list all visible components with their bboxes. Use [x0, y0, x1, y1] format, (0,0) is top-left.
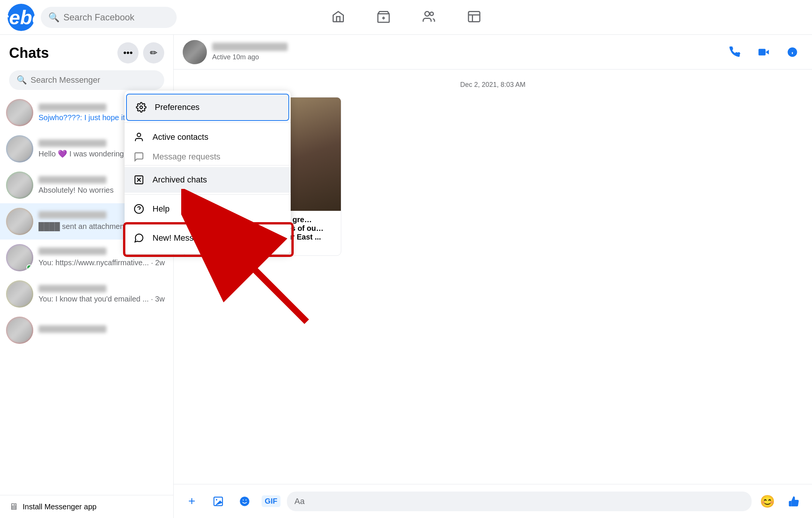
- sidebar-footer[interactable]: 🖥 Install Messenger app: [0, 495, 173, 518]
- chat-name: [39, 104, 106, 111]
- avatar: [6, 317, 33, 344]
- search-input[interactable]: [63, 12, 169, 23]
- chat-item[interactable]: You: I know that you'd emailed ... · 3w: [0, 276, 173, 312]
- message-requests-label: Message requests: [153, 152, 220, 162]
- search-messenger-icon: 🔍: [17, 75, 27, 85]
- facebook-logo[interactable]: Facebook: [8, 4, 35, 31]
- chat-input-bar: + GIF Aa: [174, 484, 812, 518]
- image-button[interactable]: [208, 491, 229, 512]
- install-icon: 🖥: [9, 501, 18, 512]
- svg-point-4: [430, 12, 433, 15]
- chat-name: [39, 211, 106, 219]
- chat-info: [39, 325, 167, 335]
- avatar: [6, 135, 33, 162]
- chat-name: [39, 325, 106, 333]
- archived-chats-menu-item[interactable]: Archived chats: [125, 167, 291, 193]
- preferences-menu-item[interactable]: Preferences: [126, 94, 289, 121]
- svg-point-22: [240, 496, 250, 506]
- more-dots-icon: •••: [123, 48, 133, 58]
- menu-divider: [125, 223, 291, 224]
- avatar: [6, 208, 33, 235]
- menu-divider: [125, 165, 291, 165]
- gif-label: GIF: [262, 495, 280, 507]
- svg-point-8: [140, 106, 143, 109]
- chat-header-info: Active 10m ago: [212, 43, 719, 61]
- svg-marker-15: [766, 49, 769, 54]
- message-requests-icon: [132, 150, 146, 164]
- chat-name: [39, 176, 106, 184]
- archived-chats-label: Archived chats: [153, 175, 207, 185]
- install-label: Install Messenger app: [23, 503, 97, 511]
- chat-item[interactable]: [0, 312, 173, 348]
- svg-rect-5: [468, 12, 480, 22]
- preferences-label: Preferences: [155, 102, 200, 112]
- chat-header-actions: [724, 42, 803, 63]
- menu-divider: [125, 194, 291, 195]
- video-call-button[interactable]: [753, 42, 774, 63]
- avatar: [6, 244, 33, 271]
- chat-name: [39, 247, 106, 255]
- sidebar-actions: ••• ✏: [117, 42, 164, 63]
- compose-button[interactable]: ✏: [143, 42, 164, 63]
- main-layout: Chats ••• ✏ 🔍 Sojwho????: I just hope it…: [0, 35, 812, 518]
- emoji-button[interactable]: 😊: [757, 491, 778, 512]
- date-divider: Dec 2, 2021, 8:03 AM: [183, 81, 803, 89]
- groups-nav-button[interactable]: [406, 4, 451, 31]
- home-nav-button[interactable]: [316, 4, 361, 31]
- sidebar: Chats ••• ✏ 🔍 Sojwho????: I just hope it…: [0, 35, 174, 518]
- chat-header-avatar: [183, 40, 207, 64]
- help-icon: [132, 202, 146, 216]
- avatar: [6, 280, 33, 308]
- menu-divider: [125, 122, 291, 123]
- new-messenger-label: New! Messenger fo…: [153, 233, 233, 243]
- chat-preview: You: I know that you'd emailed ... · 3w: [39, 295, 167, 303]
- input-placeholder: Aa: [294, 496, 305, 506]
- new-messenger-icon: [132, 231, 146, 245]
- more-options-button[interactable]: •••: [117, 42, 139, 63]
- search-messenger[interactable]: 🔍: [9, 70, 164, 90]
- marketplace-nav-button[interactable]: [361, 4, 406, 31]
- emoji-icon: 😊: [760, 494, 775, 509]
- archived-chats-icon: [132, 173, 146, 187]
- plus-icon: +: [188, 494, 196, 508]
- like-button[interactable]: [783, 491, 804, 512]
- active-contacts-label: Active contacts: [153, 132, 208, 142]
- svg-point-3: [425, 12, 429, 16]
- chat-header-status: Active 10m ago: [212, 53, 719, 61]
- top-navigation: Facebook 🔍: [0, 0, 812, 35]
- gif-button[interactable]: GIF: [260, 491, 282, 512]
- compose-icon: ✏: [150, 48, 157, 58]
- active-contacts-icon: [132, 130, 146, 144]
- search-bar[interactable]: 🔍: [41, 7, 177, 28]
- chat-header: Active 10m ago: [174, 35, 812, 70]
- sidebar-header: Chats ••• ✏: [0, 35, 173, 67]
- nav-icons: [316, 4, 497, 31]
- search-messenger-input[interactable]: [31, 75, 157, 85]
- dropdown-menu: Preferences Active contacts: [125, 91, 291, 254]
- chat-name: [39, 139, 106, 147]
- chat-info: You: I know that you'd emailed ... · 3w: [39, 285, 167, 303]
- chat-header-name: [212, 43, 288, 51]
- help-menu-item[interactable]: Help: [125, 196, 291, 222]
- portal-nav-button[interactable]: [451, 4, 497, 31]
- active-contacts-menu-item[interactable]: Active contacts: [125, 124, 291, 150]
- chat-name: [39, 285, 106, 292]
- online-indicator: [26, 264, 32, 271]
- search-icon: 🔍: [48, 12, 60, 23]
- add-attachment-button[interactable]: +: [181, 491, 202, 512]
- phone-call-button[interactable]: [724, 42, 746, 63]
- help-label: Help: [153, 204, 169, 214]
- svg-rect-16: [758, 49, 766, 56]
- sidebar-title: Chats: [9, 45, 49, 61]
- chat-input-box[interactable]: Aa: [287, 492, 752, 511]
- avatar: [6, 99, 33, 126]
- sticker-button[interactable]: [234, 491, 255, 512]
- chat-preview: You: https://www.nycaffirmative... · 2w: [39, 257, 167, 268]
- svg-point-21: [216, 499, 217, 500]
- preferences-icon: [134, 101, 148, 114]
- svg-point-9: [137, 133, 140, 137]
- message-requests-menu-item[interactable]: Message requests: [125, 150, 291, 164]
- info-button[interactable]: [782, 42, 803, 63]
- avatar: [6, 172, 33, 199]
- new-messenger-menu-item[interactable]: New! Messenger fo…: [125, 225, 291, 251]
